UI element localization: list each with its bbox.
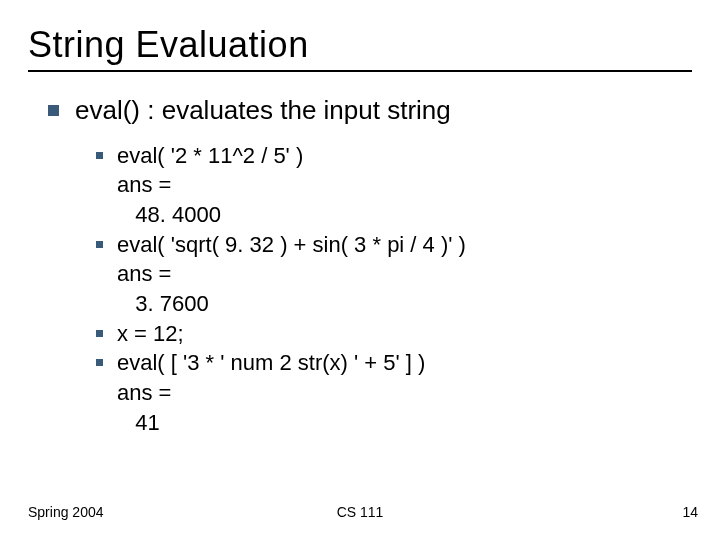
code-line: eval( 'sqrt( 9. 32 ) + sin( 3 * pi / 4 )… <box>117 230 466 260</box>
code-line: eval( '2 * 11^2 / 5' ) <box>117 141 303 171</box>
square-bullet-icon <box>96 241 103 248</box>
footer-left: Spring 2004 <box>28 504 104 520</box>
square-bullet-icon <box>96 152 103 159</box>
code-line: eval( [ '3 * ' num 2 str(x) ' + 5' ] ) <box>117 348 425 378</box>
output-line: ans = <box>117 259 692 289</box>
list-item: eval( '2 * 11^2 / 5' ) <box>96 141 692 171</box>
bullet-level2-list: eval( '2 * 11^2 / 5' ) ans = 48. 4000 ev… <box>96 141 692 438</box>
title-rule <box>28 70 692 72</box>
square-bullet-icon <box>96 359 103 366</box>
page-number: 14 <box>682 504 698 520</box>
footer-center: CS 111 <box>337 504 384 520</box>
list-item: x = 12; <box>96 319 692 349</box>
list-item: eval( 'sqrt( 9. 32 ) + sin( 3 * pi / 4 )… <box>96 230 692 260</box>
output-line: 41 <box>117 408 692 438</box>
slide-title: String Evaluation <box>28 24 692 66</box>
square-bullet-icon <box>48 105 59 116</box>
bullet-level1-text: eval() : evaluates the input string <box>75 94 451 127</box>
slide: String Evaluation eval() : evaluates the… <box>0 0 720 540</box>
list-item: eval( [ '3 * ' num 2 str(x) ' + 5' ] ) <box>96 348 692 378</box>
output-line: ans = <box>117 378 692 408</box>
output-line: ans = <box>117 170 692 200</box>
bullet-level1: eval() : evaluates the input string <box>48 94 692 127</box>
output-line: 3. 7600 <box>117 289 692 319</box>
output-line: 48. 4000 <box>117 200 692 230</box>
code-line: x = 12; <box>117 319 184 349</box>
square-bullet-icon <box>96 330 103 337</box>
